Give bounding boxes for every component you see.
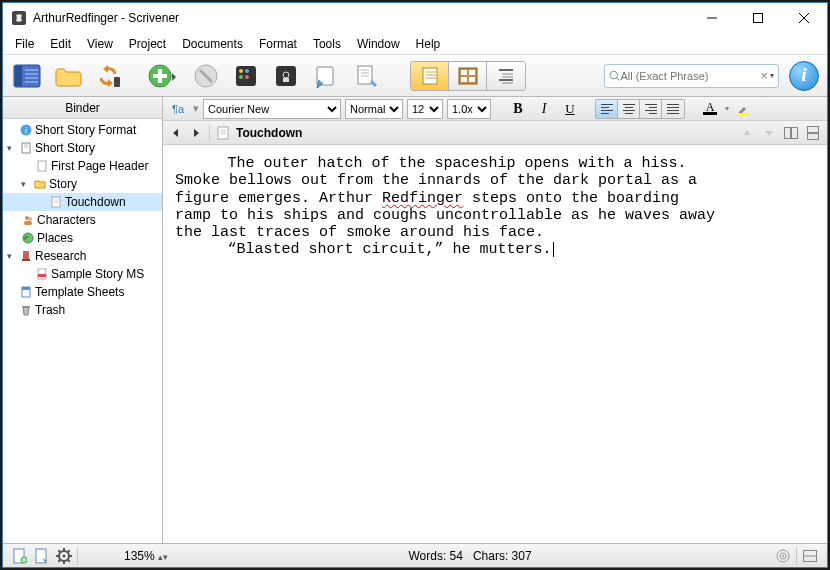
svg-point-44 bbox=[610, 71, 618, 79]
font-style-select[interactable]: Normal bbox=[345, 99, 403, 119]
settings-button[interactable] bbox=[53, 546, 75, 566]
binder-item-research[interactable]: ▾ Research bbox=[3, 247, 162, 265]
binder-tree[interactable]: i Short Story Format ▾ Short Story First… bbox=[3, 119, 162, 543]
reveal-in-binder-button[interactable] bbox=[31, 546, 53, 566]
chevron-down-icon[interactable]: ▾ bbox=[7, 251, 17, 261]
menu-help[interactable]: Help bbox=[408, 35, 449, 53]
menu-project[interactable]: Project bbox=[121, 35, 174, 53]
text-icon bbox=[35, 159, 49, 173]
binder-item-characters[interactable]: Characters bbox=[3, 211, 162, 229]
trash-button[interactable] bbox=[187, 58, 225, 94]
search-input[interactable] bbox=[620, 70, 758, 82]
paragraph-symbol-button[interactable]: ¶a bbox=[167, 99, 189, 119]
document-title[interactable]: Touchdown bbox=[236, 126, 302, 140]
svg-point-56 bbox=[28, 217, 32, 221]
nav-up-button[interactable] bbox=[739, 125, 755, 141]
bold-button[interactable]: B bbox=[507, 99, 529, 119]
info-icon: i bbox=[19, 123, 33, 137]
new-document-button[interactable] bbox=[9, 546, 31, 566]
menu-format[interactable]: Format bbox=[251, 35, 305, 53]
menu-view[interactable]: View bbox=[79, 35, 121, 53]
italic-button[interactable]: I bbox=[533, 99, 555, 119]
binder-toggle-button[interactable] bbox=[7, 58, 47, 94]
svg-point-19 bbox=[245, 69, 249, 73]
svg-rect-64 bbox=[22, 287, 30, 290]
search-dropdown-icon[interactable]: ▾ bbox=[770, 71, 774, 80]
binder-item-trash[interactable]: Trash bbox=[3, 301, 162, 319]
align-left-button[interactable] bbox=[596, 100, 618, 118]
word-count[interactable]: Words: 54 bbox=[408, 549, 463, 563]
misspelled-word[interactable]: Redfinger bbox=[382, 190, 463, 207]
svg-rect-24 bbox=[283, 78, 289, 82]
view-outline-button[interactable] bbox=[487, 62, 525, 90]
chevron-down-icon[interactable]: ▾ bbox=[7, 143, 17, 153]
nav-forward-button[interactable] bbox=[189, 126, 203, 140]
minimize-button[interactable] bbox=[689, 3, 735, 33]
compile-button[interactable] bbox=[347, 58, 385, 94]
svg-rect-11 bbox=[114, 77, 120, 87]
view-corkboard-button[interactable] bbox=[449, 62, 487, 90]
binder-header: Binder bbox=[3, 97, 162, 119]
collections-button[interactable] bbox=[49, 58, 87, 94]
svg-rect-36 bbox=[469, 70, 475, 75]
line-spacing-select[interactable]: 1.0x bbox=[447, 99, 491, 119]
view-mode-group bbox=[410, 61, 526, 91]
svg-rect-6 bbox=[15, 66, 22, 86]
keywords-button[interactable] bbox=[227, 58, 265, 94]
svg-rect-65 bbox=[22, 306, 30, 308]
menu-file[interactable]: File bbox=[7, 35, 42, 53]
status-bar: 135% ▴▾ Words: 54 Chars: 307 bbox=[3, 543, 827, 567]
align-right-button[interactable] bbox=[640, 100, 662, 118]
svg-rect-51 bbox=[38, 161, 46, 171]
svg-rect-62 bbox=[38, 274, 46, 277]
close-button[interactable] bbox=[781, 3, 827, 33]
editor-text-area[interactable]: The outer hatch of the spaceship opens w… bbox=[163, 145, 827, 543]
svg-rect-67 bbox=[218, 127, 228, 139]
svg-rect-60 bbox=[22, 259, 30, 261]
binder-item-touchdown[interactable]: Touchdown bbox=[3, 193, 162, 211]
binder-item-first-page-header[interactable]: First Page Header bbox=[3, 157, 162, 175]
menu-tools[interactable]: Tools bbox=[305, 35, 349, 53]
binder-item-template-sheets[interactable]: Template Sheets bbox=[3, 283, 162, 301]
layout-button[interactable] bbox=[799, 546, 821, 566]
manuscript-icon bbox=[19, 141, 33, 155]
binder-item-short-story-format[interactable]: i Short Story Format bbox=[3, 121, 162, 139]
nav-back-button[interactable] bbox=[169, 126, 183, 140]
svg-rect-72 bbox=[792, 127, 798, 138]
add-button[interactable] bbox=[139, 58, 185, 94]
align-center-button[interactable] bbox=[618, 100, 640, 118]
view-document-button[interactable] bbox=[411, 62, 449, 90]
underline-button[interactable]: U bbox=[559, 99, 581, 119]
places-icon bbox=[21, 231, 35, 245]
sync-button[interactable] bbox=[89, 58, 127, 94]
binder-item-story[interactable]: ▾ Story bbox=[3, 175, 162, 193]
nav-down-button[interactable] bbox=[761, 125, 777, 141]
inspector-button[interactable]: i bbox=[789, 61, 819, 91]
svg-rect-57 bbox=[24, 221, 32, 225]
highlight-button[interactable] bbox=[733, 99, 755, 119]
font-size-select[interactable]: 12 bbox=[407, 99, 443, 119]
text-color-button[interactable]: A bbox=[699, 99, 721, 119]
snapshot-button[interactable] bbox=[267, 58, 305, 94]
quick-reference-button[interactable] bbox=[307, 58, 345, 94]
menu-window[interactable]: Window bbox=[349, 35, 408, 53]
search-clear-icon[interactable]: × bbox=[758, 68, 770, 83]
split-vertical-button[interactable] bbox=[805, 125, 821, 141]
font-select[interactable]: Courier New bbox=[203, 99, 341, 119]
char-count[interactable]: Chars: 307 bbox=[473, 549, 532, 563]
svg-rect-38 bbox=[469, 77, 475, 82]
search-field[interactable]: × ▾ bbox=[604, 64, 779, 88]
align-justify-button[interactable] bbox=[662, 100, 684, 118]
zoom-level[interactable]: 135% ▴▾ bbox=[124, 549, 168, 563]
binder-item-sample-story-ms[interactable]: Sample Story MS bbox=[3, 265, 162, 283]
chevron-down-icon[interactable]: ▾ bbox=[21, 179, 31, 189]
binder-item-places[interactable]: Places bbox=[3, 229, 162, 247]
search-icon bbox=[609, 70, 620, 82]
split-horizontal-button[interactable] bbox=[783, 125, 799, 141]
target-button[interactable] bbox=[772, 546, 794, 566]
menu-documents[interactable]: Documents bbox=[174, 35, 251, 53]
menu-edit[interactable]: Edit bbox=[42, 35, 79, 53]
binder-item-short-story[interactable]: ▾ Short Story bbox=[3, 139, 162, 157]
maximize-button[interactable] bbox=[735, 3, 781, 33]
svg-point-81 bbox=[63, 554, 66, 557]
